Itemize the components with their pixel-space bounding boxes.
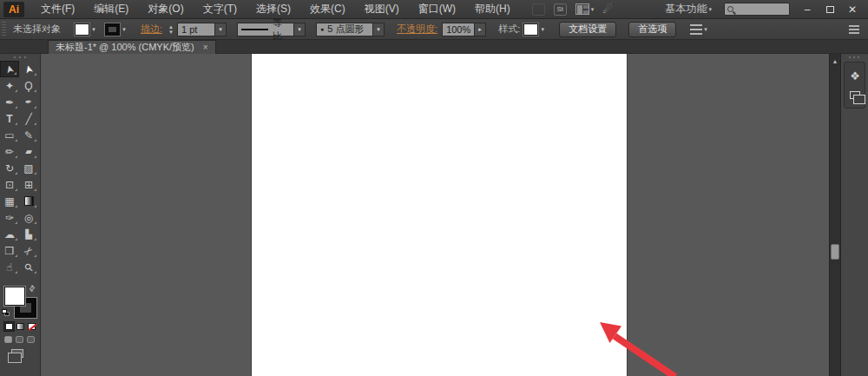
eyedropper-tool[interactable]: ✑ [0, 209, 19, 226]
align-panel-icon[interactable] [690, 24, 702, 35]
direct-selection-tool[interactable]: ➤ [19, 61, 38, 77]
draw-inside-mode-button[interactable] [27, 336, 35, 343]
brush-definition-value: 5 点圆形 [327, 23, 364, 36]
dock-icon-group: ❖ [844, 62, 865, 109]
panel-dock: ❖ [840, 54, 868, 376]
rotate-tool[interactable]: ↻ [0, 160, 19, 176]
menu-help[interactable]: 帮助(H) [465, 0, 520, 18]
rectangle-tool[interactable]: ▭ [0, 127, 19, 143]
symbol-sprayer-tool[interactable]: ☁ [0, 226, 19, 242]
paintbrush-tool[interactable]: ✎ [19, 127, 38, 143]
style-dropdown-icon[interactable]: ▾ [538, 23, 547, 36]
brush-definition-field[interactable]: ● 5 点圆形 [316, 23, 373, 36]
control-bar: 未选择对象 ▾ ▾ 描边: ▲ ▼ 1 pt ▾ 等比 ▾ ● 5 点圆形 ▾ … [0, 19, 868, 40]
draw-behind-mode-button[interactable] [16, 336, 23, 343]
bridge-icon[interactable] [532, 3, 545, 16]
type-tool[interactable]: T [0, 110, 19, 127]
column-graph-tool[interactable]: ▙ [19, 226, 38, 242]
magic-wand-tool[interactable]: ✦ [0, 77, 19, 94]
preferences-button[interactable]: 首选项 [628, 22, 676, 37]
arrange-documents-control[interactable]: ▾ [575, 3, 595, 15]
blend-tool[interactable]: ◎ [19, 209, 38, 226]
width-profile-dropdown-icon[interactable]: ▾ [294, 23, 306, 36]
tab-close-icon[interactable]: × [203, 43, 208, 52]
menu-object[interactable]: 对象(O) [138, 0, 193, 18]
artboard-tool[interactable]: ❒ [0, 242, 19, 259]
restore-button[interactable] [821, 3, 838, 16]
opacity-dropdown-icon[interactable]: ▸ [475, 23, 486, 36]
stroke-weight-field[interactable]: 1 pt [177, 23, 215, 36]
document-tab[interactable]: 未标题-1* @ 100% (CMYK/预览) × [48, 40, 216, 54]
none-chip-icon [28, 323, 36, 330]
default-fill-stroke-icon[interactable] [2, 309, 10, 317]
artboard-canvas[interactable] [251, 54, 628, 376]
gradient-icon [24, 196, 34, 206]
free-transform-tool[interactable]: ▧ [19, 160, 38, 176]
fill-color-swatch[interactable] [75, 23, 89, 36]
stroke-color-swatch[interactable] [105, 23, 120, 36]
shape-builder-tool[interactable]: ⊡ [0, 176, 19, 193]
stock-icon[interactable]: St [554, 3, 567, 16]
document-viewport[interactable] [41, 54, 829, 376]
opacity-panel-link[interactable]: 不透明度: [397, 23, 437, 36]
draw-normal-mode-button[interactable] [4, 336, 12, 343]
eraser-tool[interactable]: ▰ [19, 143, 38, 160]
stroke-line-preview [241, 29, 268, 30]
brush-dropdown-icon[interactable]: ▾ [373, 23, 385, 36]
gradient-mode-button[interactable] [15, 321, 26, 332]
scrollbar-thumb[interactable] [831, 244, 839, 260]
screen-mode-button[interactable] [11, 349, 23, 358]
minimize-button[interactable]: – [799, 3, 816, 16]
mesh-tool[interactable]: ▦ [0, 193, 19, 209]
search-icon [727, 6, 733, 12]
document-tab-title: 未标题-1* @ 100% (CMYK/预览) [56, 41, 194, 54]
zoom-tool[interactable]: ⚲ [19, 259, 38, 275]
menu-file[interactable]: 文件(F) [31, 0, 84, 18]
vertical-scrollbar[interactable]: ▲ [829, 54, 840, 376]
collapse-panel-icon[interactable] [849, 25, 859, 34]
stroke-panel-link[interactable]: 描边: [141, 23, 162, 36]
stepper-down-icon[interactable]: ▼ [167, 30, 175, 35]
tools-panel: ➤ ➤ ✦ Ϙ ✒ ✒ T ╱ ▭ ✎ ✏ ▰ ↻ ▧ ⊡ ⊞ ▦ ✑ ◎ ☁ … [0, 54, 41, 376]
stroke-dropdown-icon[interactable]: ▾ [120, 23, 128, 36]
menu-type[interactable]: 文字(T) [194, 0, 247, 18]
swap-fill-stroke-icon[interactable]: ⇄ [27, 283, 37, 294]
line-segment-tool[interactable]: ╱ [19, 110, 38, 127]
layers-panel-button[interactable]: ❖ [845, 66, 865, 85]
menu-window[interactable]: 窗口(W) [409, 0, 465, 18]
menu-effect[interactable]: 效果(C) [300, 0, 355, 18]
pen-tool[interactable]: ✒ [0, 94, 19, 110]
chevron-down-icon[interactable]: ▾ [704, 26, 707, 33]
panel-grip-icon[interactable] [848, 56, 862, 60]
fill-proxy-swatch[interactable] [4, 287, 25, 306]
lasso-tool[interactable]: Ϙ [19, 77, 38, 94]
hand-tool[interactable]: ☝ [0, 259, 19, 275]
width-profile-field[interactable]: 等比 [237, 23, 294, 36]
search-box[interactable] [724, 3, 790, 16]
menu-view[interactable]: 视图(V) [355, 0, 409, 18]
close-button[interactable]: ✕ [844, 3, 861, 16]
scroll-up-icon[interactable]: ▲ [830, 56, 840, 66]
fill-dropdown-icon[interactable]: ▾ [89, 23, 98, 36]
menu-edit[interactable]: 编辑(E) [84, 0, 138, 18]
add-anchor-pen-tool[interactable]: ✒ [19, 94, 38, 110]
panel-grip-icon[interactable] [12, 55, 28, 60]
cs-live-icon[interactable]: ☄ [602, 3, 613, 16]
workspace-switcher[interactable]: 基本功能 ▾ [665, 2, 712, 16]
chevron-down-icon: ▾ [591, 6, 595, 13]
search-input[interactable] [733, 4, 789, 14]
slice-tool[interactable]: ✂ [19, 242, 38, 259]
opacity-field[interactable]: 100% [442, 23, 475, 36]
selection-tool[interactable]: ➤ [0, 61, 19, 77]
width-profile-value: 等比 [273, 16, 290, 43]
document-setup-button[interactable]: 文档设置 [559, 22, 616, 37]
perspective-grid-tool[interactable]: ⊞ [19, 176, 38, 193]
color-mode-button[interactable] [3, 321, 15, 332]
gradient-tool[interactable] [19, 193, 38, 209]
pencil-tool[interactable]: ✏ [0, 143, 19, 160]
stroke-weight-stepper[interactable]: ▲ ▼ [167, 24, 175, 35]
stroke-weight-dropdown-icon[interactable]: ▾ [215, 23, 227, 36]
artboards-panel-button[interactable] [845, 85, 865, 104]
none-mode-button[interactable] [26, 321, 37, 332]
style-swatch[interactable] [523, 23, 538, 36]
